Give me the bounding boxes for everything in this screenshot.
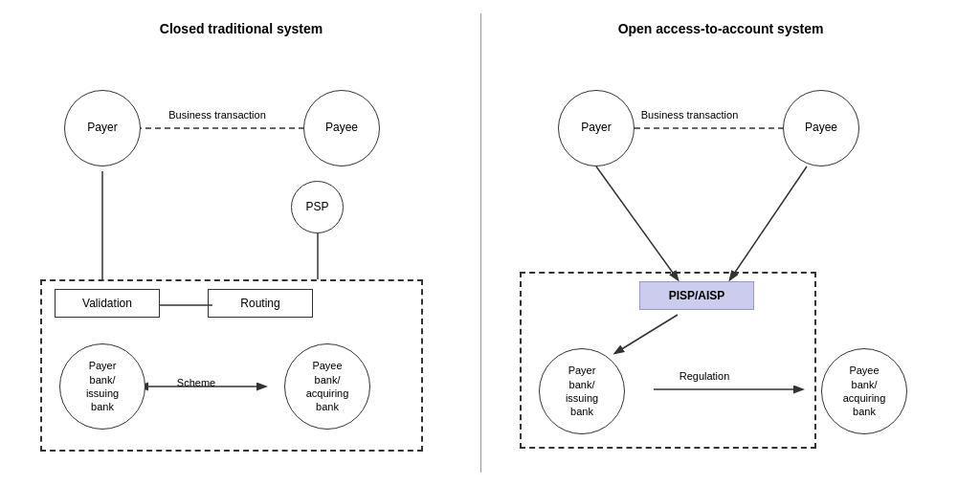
svg-line-6 — [596, 166, 678, 279]
left-payee: Payee — [303, 90, 380, 166]
left-routing: Routing — [208, 289, 313, 318]
right-diagram: Open access-to-account system — [501, 13, 941, 473]
left-payer: Payer — [64, 90, 141, 166]
left-validation: Validation — [55, 289, 160, 318]
right-regulation: Regulation — [661, 370, 747, 382]
right-title: Open access-to-account system — [618, 21, 824, 36]
right-business-transaction: Business transaction — [606, 109, 773, 121]
vertical-divider — [480, 13, 481, 473]
left-payer-bank: Payer bank/ issuing bank — [59, 343, 145, 430]
left-scheme: Scheme — [163, 377, 230, 388]
svg-line-7 — [730, 166, 807, 279]
right-pisp-aisp: PISP/AISP — [639, 281, 754, 310]
left-diagram: Closed traditional system — [21, 13, 461, 473]
left-business-transaction: Business transaction — [136, 109, 299, 121]
left-title: Closed traditional system — [160, 21, 323, 36]
right-payer: Payer — [558, 90, 635, 166]
right-payer-bank: Payer bank/ issuing bank — [539, 348, 625, 434]
left-psp: PSP — [291, 181, 344, 233]
right-payee: Payee — [783, 90, 859, 166]
validation-routing-line — [160, 296, 212, 315]
diagram-container: Closed traditional system — [21, 13, 959, 473]
right-payee-bank: Payee bank/ acquiring bank — [821, 348, 907, 434]
left-payee-bank: Payee bank/ acquiring bank — [284, 343, 370, 430]
